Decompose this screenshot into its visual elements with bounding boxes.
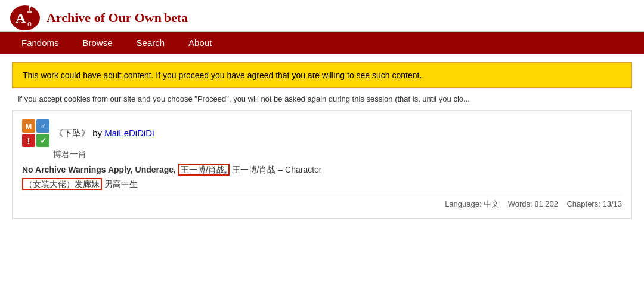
main-content: This work could have adult content. If y… — [0, 62, 644, 219]
relationship-tag-highlighted[interactable]: 王一博/肖战, — [178, 164, 230, 176]
tags-line: No Archive Warnings Apply, Underage, 王一博… — [22, 165, 622, 176]
work-fandom: 博君一肖 — [53, 149, 622, 160]
rating-icon: M — [22, 119, 35, 133]
nav-about[interactable]: About — [177, 32, 224, 54]
cookie-notice: If you accept cookies from our site and … — [12, 94, 632, 103]
pairing-icon: ♂ — [36, 119, 49, 133]
site-title: Archive of Our Own beta — [47, 10, 188, 26]
additional-tags: （女装大佬）发廊妹 男高中生 — [22, 179, 622, 190]
work-icons: M ♂ ! ✓ — [22, 119, 49, 147]
relationship-tag-plain: 王一博/肖战 – Character — [232, 165, 322, 174]
language-label: Language: — [445, 199, 481, 208]
work-title: 《下坠》 — [54, 128, 90, 138]
work-stats: Language: 中文 Words: 81,202 Chapters: 13/… — [22, 195, 622, 210]
additional-tag-highlighted[interactable]: （女装大佬）发廊妹 — [22, 178, 102, 190]
svg-text:o: o — [27, 19, 32, 28]
ao3-logo-icon: A o — [10, 5, 41, 31]
nav-browse[interactable]: Browse — [71, 32, 125, 54]
nav-search[interactable]: Search — [125, 32, 177, 54]
work-header: M ♂ ! ✓ 《下坠》 by MaiLeDiDiDi — [22, 119, 622, 147]
words-label: Words: — [508, 199, 532, 208]
language-value: 中文 — [484, 199, 499, 208]
chapters-value: 13/13 — [602, 199, 622, 208]
adult-content-warning: This work could have adult content. If y… — [12, 62, 632, 88]
additional-tag-plain: 男高中生 — [104, 179, 138, 189]
by-label: by — [92, 128, 102, 138]
work-card: M ♂ ! ✓ 《下坠》 by MaiLeDiDiDi 博君一肖 No Arch… — [12, 110, 632, 219]
chapters-label: Chapters: — [566, 199, 600, 208]
complete-icon: ✓ — [36, 134, 49, 147]
svg-point-4 — [29, 5, 31, 8]
nav-fandoms[interactable]: Fandoms — [10, 32, 71, 54]
warning-tags: No Archive Warnings Apply, Underage, — [22, 165, 176, 174]
logo-area: A o — [10, 5, 41, 31]
site-header: A o Archive of Our Own beta — [0, 0, 644, 32]
warning-icon: ! — [22, 134, 35, 147]
main-navigation: Fandoms Browse Search About — [0, 32, 644, 54]
words-value: 81,202 — [534, 199, 558, 208]
svg-text:A: A — [16, 10, 26, 26]
work-author[interactable]: MaiLeDiDiDi — [104, 128, 154, 138]
